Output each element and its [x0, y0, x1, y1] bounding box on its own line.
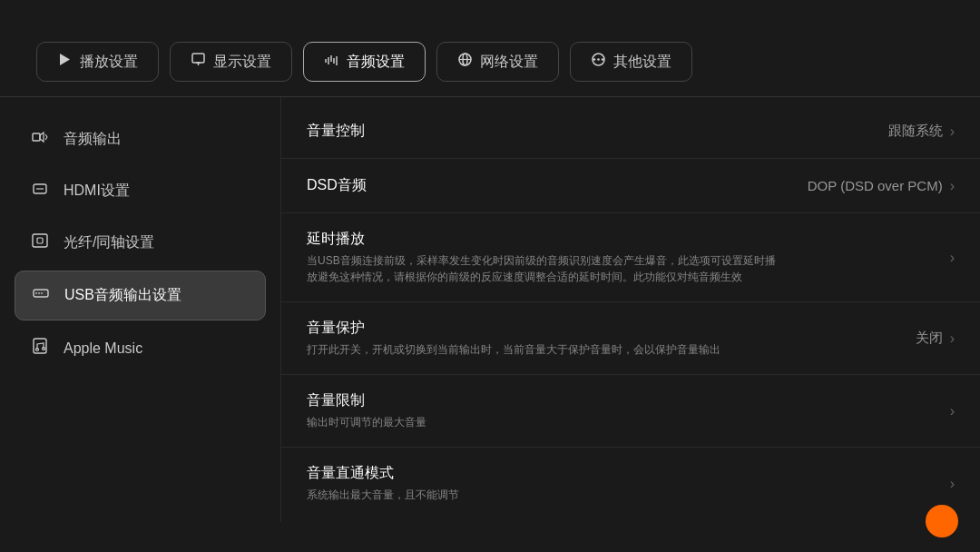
- chevron-icon-delay-play: ›: [950, 250, 955, 266]
- svg-marker-0: [60, 54, 70, 65]
- display-icon: [191, 52, 206, 72]
- setting-desc-volume-protect: 打开此开关，开机或切换到当前输出时，当前音量大于保护音量时，会以保护音量输出: [307, 341, 779, 358]
- chevron-icon-volume-passthrough: ›: [950, 476, 955, 492]
- sidebar-item-hdmi[interactable]: HDMI设置: [15, 167, 266, 215]
- audio-icon: [324, 52, 339, 72]
- main-content: 音频输出HDMI设置光纤/同轴设置USB音频输出设置Apple Music 音量…: [0, 97, 980, 522]
- tab-label-other: 其他设置: [613, 53, 671, 72]
- chevron-icon-dsd-audio: ›: [950, 178, 955, 194]
- tab-label-playback: 播放设置: [80, 53, 138, 72]
- svg-point-14: [602, 58, 604, 61]
- setting-value-dsd-audio: DOP (DSD over PCM): [808, 178, 943, 193]
- setting-content-dsd-audio: DSD音频: [307, 176, 808, 195]
- sidebar-label-hdmi: HDMI设置: [64, 182, 130, 201]
- setting-content-volume-control: 音量控制: [307, 122, 888, 141]
- setting-desc-delay-play: 当USB音频连接前级，采样率发生变化时因前级的音频识别速度会产生爆音，此选项可设…: [307, 252, 779, 285]
- audio-output-icon: [29, 128, 51, 151]
- tab-display[interactable]: 显示设置: [170, 42, 292, 82]
- tab-label-audio: 音频设置: [347, 53, 405, 72]
- tab-network[interactable]: 网络设置: [436, 42, 559, 82]
- setting-content-volume-protect: 音量保护 打开此开关，开机或切换到当前输出时，当前音量大于保护音量时，会以保护音…: [307, 319, 916, 358]
- setting-value-volume-protect: 关闭: [916, 330, 943, 347]
- svg-rect-27: [34, 339, 46, 353]
- setting-row-volume-control[interactable]: 音量控制 跟随系统 ›: [281, 104, 980, 159]
- setting-content-volume-passthrough: 音量直通模式 系统输出最大音量，且不能调节: [307, 464, 950, 503]
- setting-title-delay-play: 延时播放: [307, 230, 950, 249]
- sidebar-label-optical: 光纤/同轴设置: [64, 233, 154, 252]
- usb-audio-icon: [30, 284, 52, 307]
- watermark: [926, 505, 965, 537]
- sidebar-item-apple-music[interactable]: Apple Music: [15, 324, 266, 372]
- setting-title-dsd-audio: DSD音频: [307, 176, 808, 195]
- setting-content-delay-play: 延时播放 当USB音频连接前级，采样率发生变化时因前级的音频识别速度会产生爆音，…: [307, 230, 950, 285]
- setting-title-volume-control: 音量控制: [307, 122, 888, 141]
- sidebar-label-apple-music: Apple Music: [64, 340, 142, 357]
- tab-label-display: 显示设置: [213, 53, 271, 72]
- setting-desc-volume-limit: 输出时可调节的最大音量: [307, 414, 779, 430]
- setting-desc-volume-passthrough: 系统输出最大音量，且不能调节: [307, 487, 779, 503]
- svg-rect-22: [37, 238, 43, 243]
- setting-row-volume-protect[interactable]: 音量保护 打开此开关，开机或切换到当前输出时，当前音量大于保护音量时，会以保护音…: [281, 302, 980, 375]
- chevron-icon-volume-limit: ›: [950, 403, 955, 419]
- sidebar-item-usb-audio[interactable]: USB音频输出设置: [15, 271, 266, 320]
- sidebar: 音频输出HDMI设置光纤/同轴设置USB音频输出设置Apple Music: [0, 97, 281, 522]
- setting-row-volume-passthrough[interactable]: 音量直通模式 系统输出最大音量，且不能调节 ›: [281, 448, 980, 519]
- other-icon: [591, 52, 606, 72]
- network-icon: [457, 52, 473, 72]
- sidebar-label-audio-output: 音频输出: [64, 130, 122, 149]
- chevron-icon-volume-control: ›: [950, 123, 955, 140]
- setting-value-volume-control: 跟随系统: [888, 123, 943, 140]
- setting-row-delay-play[interactable]: 延时播放 当USB音频连接前级，采样率发生变化时因前级的音频识别速度会产生爆音，…: [281, 213, 980, 302]
- tab-audio[interactable]: 音频设置: [303, 42, 426, 82]
- apple-music-icon: [29, 337, 51, 360]
- chevron-icon-volume-protect: ›: [950, 330, 955, 347]
- tab-label-network: 网络设置: [480, 53, 538, 72]
- sidebar-item-optical[interactable]: 光纤/同轴设置: [15, 219, 266, 267]
- header: 播放设置显示设置音频设置网络设置其他设置: [0, 0, 980, 96]
- svg-line-17: [45, 134, 47, 137]
- playback-icon: [57, 52, 73, 72]
- setting-title-volume-passthrough: 音量直通模式: [307, 464, 950, 483]
- setting-content-volume-limit: 音量限制 输出时可调节的最大音量: [307, 391, 950, 430]
- hdmi-icon: [29, 180, 51, 202]
- setting-title-volume-protect: 音量保护: [307, 319, 916, 338]
- svg-point-13: [597, 58, 600, 61]
- tab-other[interactable]: 其他设置: [570, 42, 692, 82]
- svg-rect-16: [33, 133, 40, 141]
- watermark-icon: [926, 505, 958, 537]
- svg-point-12: [593, 58, 596, 61]
- sidebar-label-usb-audio: USB音频输出设置: [64, 286, 181, 305]
- svg-rect-21: [33, 234, 47, 247]
- svg-line-18: [45, 137, 47, 140]
- tab-bar: 播放设置显示设置音频设置网络设置其他设置: [36, 42, 944, 82]
- optical-icon: [29, 232, 51, 254]
- right-panel: 音量控制 跟随系统 › DSD音频 DOP (DSD over PCM) › 延…: [281, 97, 980, 522]
- sidebar-item-audio-output[interactable]: 音频输出: [15, 115, 266, 163]
- svg-rect-1: [192, 54, 204, 63]
- setting-row-dsd-audio[interactable]: DSD音频 DOP (DSD over PCM) ›: [281, 159, 980, 213]
- tab-playback[interactable]: 播放设置: [36, 42, 159, 82]
- setting-row-volume-limit[interactable]: 音量限制 输出时可调节的最大音量 ›: [281, 375, 980, 448]
- setting-title-volume-limit: 音量限制: [307, 391, 950, 410]
